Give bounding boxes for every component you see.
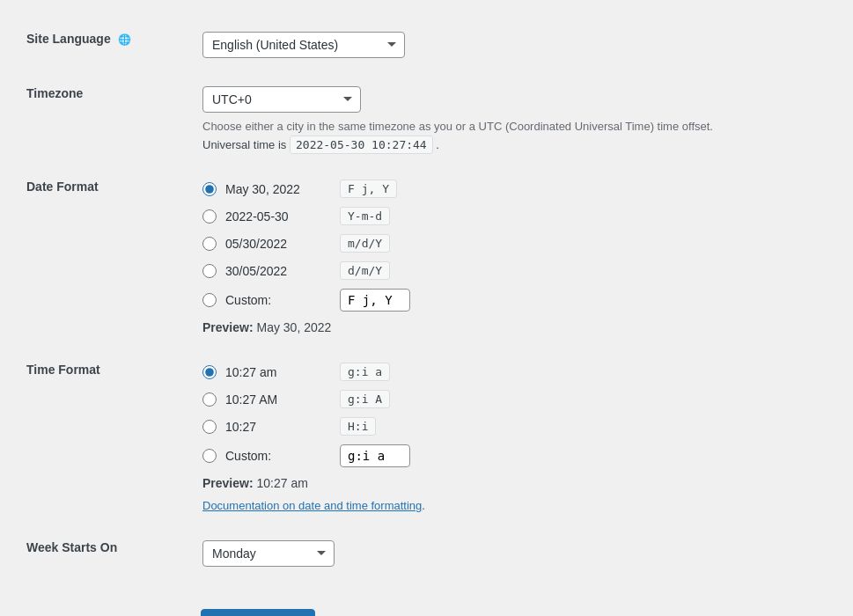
- universal-time-value: 2022-05-30 10:27:44: [290, 136, 433, 154]
- universal-time-line: Universal time is 2022-05-30 10:27:44 .: [202, 138, 827, 151]
- date-format-badge-1: F j, Y: [340, 180, 397, 198]
- date-format-preview-label: Preview:: [202, 320, 254, 334]
- doc-link[interactable]: Documentation on date and time formattin…: [202, 499, 422, 512]
- date-format-radio-2[interactable]: [202, 209, 217, 224]
- date-format-custom-label[interactable]: Custom:: [225, 293, 331, 307]
- date-format-radio-4[interactable]: [202, 264, 217, 278]
- time-format-badge-2: g:i A: [340, 390, 390, 408]
- universal-time-label: Universal time is: [202, 138, 286, 151]
- time-format-display-3[interactable]: 10:27: [225, 420, 331, 434]
- site-language-label: Site Language: [26, 32, 111, 46]
- date-format-radio-custom[interactable]: [202, 293, 217, 307]
- timezone-hint: Choose either a city in the same timezon…: [202, 120, 827, 133]
- time-format-radio-1[interactable]: [202, 365, 217, 379]
- date-format-custom-row: Custom:: [202, 289, 827, 312]
- universal-time-period: .: [436, 138, 439, 151]
- date-format-option-2: 2022-05-30 Y-m-d: [202, 207, 827, 225]
- doc-link-container: Documentation on date and time formattin…: [202, 499, 827, 512]
- date-format-display-1[interactable]: May 30, 2022: [225, 182, 331, 196]
- time-format-badge-1: g:i a: [340, 363, 390, 381]
- time-format-label: Time Format: [26, 363, 100, 377]
- date-format-badge-2: Y-m-d: [340, 207, 390, 225]
- date-format-option-4: 30/05/2022 d/m/Y: [202, 261, 827, 280]
- doc-link-period: .: [422, 499, 425, 512]
- time-format-radio-2[interactable]: [202, 392, 217, 407]
- time-format-preview-label: Preview:: [202, 476, 254, 490]
- timezone-select[interactable]: UTC+0 UTC+1 UTC+2 UTC-5 UTC-8: [202, 86, 361, 113]
- site-language-select[interactable]: English (United States) English (UK) Fra…: [202, 32, 405, 58]
- time-format-preview: Preview: 10:27 am: [202, 476, 827, 490]
- date-format-group: May 30, 2022 F j, Y 2022-05-30 Y-m-d 05/…: [202, 180, 827, 312]
- date-format-display-3[interactable]: 05/30/2022: [225, 237, 331, 251]
- save-button[interactable]: Save Changes: [201, 609, 315, 616]
- time-format-badge-3: H:i: [340, 417, 376, 436]
- date-format-custom-input[interactable]: [340, 289, 410, 312]
- date-format-option-1: May 30, 2022 F j, Y: [202, 180, 827, 198]
- time-format-custom-label[interactable]: Custom:: [225, 449, 331, 463]
- time-format-option-3: 10:27 H:i: [202, 417, 827, 436]
- time-format-radio-custom[interactable]: [202, 449, 217, 463]
- date-format-option-3: 05/30/2022 m/d/Y: [202, 234, 827, 253]
- language-icon: 🌐: [118, 33, 131, 46]
- time-format-option-2: 10:27 AM g:i A: [202, 390, 827, 408]
- week-starts-label: Week Starts On: [26, 540, 117, 554]
- time-format-custom-input[interactable]: [340, 444, 410, 467]
- time-format-display-1[interactable]: 10:27 am: [225, 365, 331, 379]
- date-format-label: Date Format: [26, 180, 99, 194]
- time-format-group: 10:27 am g:i a 10:27 AM g:i A 10:27 H:i: [202, 363, 827, 467]
- date-format-display-4[interactable]: 30/05/2022: [225, 264, 331, 278]
- date-format-preview: Preview: May 30, 2022: [202, 320, 827, 334]
- timezone-label: Timezone: [26, 86, 83, 100]
- date-format-badge-3: m/d/Y: [340, 234, 390, 253]
- time-format-preview-value: 10:27 am: [256, 476, 307, 490]
- date-format-preview-value: May 30, 2022: [256, 320, 331, 334]
- time-format-custom-row: Custom:: [202, 444, 827, 467]
- date-format-radio-3[interactable]: [202, 237, 217, 251]
- week-starts-select[interactable]: Sunday Monday Tuesday Wednesday Thursday…: [202, 540, 335, 567]
- date-format-display-2[interactable]: 2022-05-30: [225, 209, 331, 224]
- date-format-badge-4: d/m/Y: [340, 261, 390, 280]
- time-format-radio-3[interactable]: [202, 420, 217, 434]
- time-format-display-2[interactable]: 10:27 AM: [225, 392, 331, 407]
- date-format-radio-1[interactable]: [202, 182, 217, 196]
- time-format-option-1: 10:27 am g:i a: [202, 363, 827, 381]
